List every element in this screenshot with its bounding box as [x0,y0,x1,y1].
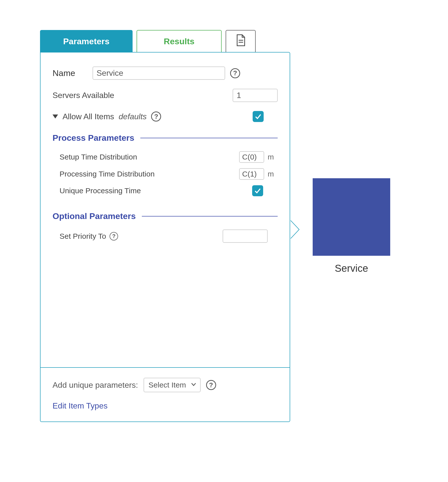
tab-results[interactable]: Results [137,30,222,52]
setup-time-unit: m [268,153,278,161]
help-icon[interactable]: ? [230,68,240,78]
panel-footer: Add unique parameters: Select Item ? Edi… [41,367,290,422]
set-priority-label: Set Priority To [60,232,106,240]
tab-parameters[interactable]: Parameters [40,30,133,52]
optional-parameters-header: Optional Parameters [53,211,278,221]
add-unique-row: Add unique parameters: Select Item ? [53,378,278,392]
processing-time-label: Processing Time Distribution [60,170,236,178]
callout-pointer [290,220,299,238]
setup-time-input[interactable] [239,151,264,163]
section-divider [142,216,278,216]
properties-panel: Name ? Servers Available Allow All Items… [40,52,290,422]
tab-parameters-label: Parameters [63,36,109,46]
help-icon[interactable]: ? [206,380,216,390]
processing-time-unit: m [268,170,278,178]
stage: Parameters Results Name [40,30,408,422]
help-icon[interactable]: ? [151,112,161,122]
document-icon [236,34,246,48]
name-row: Name ? [53,66,278,80]
service-node-block[interactable] [313,178,390,256]
servers-available-row: Servers Available [53,89,278,102]
servers-available-label: Servers Available [53,91,228,100]
unique-processing-checkbox[interactable] [252,185,263,196]
allow-all-items-checkbox[interactable] [253,111,264,122]
setup-time-label: Setup Time Distribution [60,153,236,161]
edit-item-types-link[interactable]: Edit Item Types [53,401,278,410]
allow-all-items-label: Allow All Items [63,112,114,121]
select-item-dropdown[interactable]: Select Item [144,378,201,392]
process-parameters-header: Process Parameters [53,133,278,143]
caret-down-icon[interactable] [53,114,58,118]
set-priority-input[interactable] [223,230,268,243]
process-parameters-title: Process Parameters [53,133,134,143]
tabs: Parameters Results [40,30,290,52]
node-preview: Service [313,178,390,274]
processing-time-row: Processing Time Distribution m [53,168,278,180]
unique-processing-row: Unique Processing Time [53,185,278,196]
processing-time-input[interactable] [239,168,264,180]
tab-notes[interactable] [226,30,256,52]
name-label: Name [53,68,88,78]
unique-processing-label: Unique Processing Time [60,186,238,195]
set-priority-row: Set Priority To ? [53,230,278,243]
section-divider [140,138,278,138]
select-item-value: Select Item [149,381,186,389]
allow-all-defaults: defaults [119,112,147,121]
name-input[interactable] [93,66,225,80]
service-node-label: Service [335,263,368,274]
optional-parameters-title: Optional Parameters [53,211,136,221]
properties-panel-wrap: Parameters Results Name [40,30,290,422]
add-unique-label: Add unique parameters: [53,380,138,390]
panel-body: Name ? Servers Available Allow All Items… [41,52,290,367]
setup-time-row: Setup Time Distribution m [53,151,278,163]
allow-all-items-row: Allow All Items defaults ? [53,111,278,122]
help-icon[interactable]: ? [110,232,118,240]
servers-available-input[interactable] [233,89,278,102]
tab-results-label: Results [164,36,195,46]
edit-item-types-label: Edit Item Types [53,401,108,410]
